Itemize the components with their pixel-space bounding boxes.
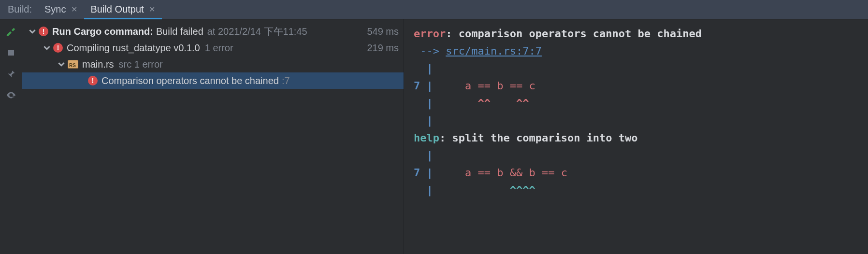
- error-icon: !: [39, 27, 48, 36]
- tree-root-row[interactable]: ! Run Cargo command: Build failed at 202…: [22, 23, 404, 40]
- help-keyword: help: [414, 132, 439, 144]
- hammer-icon[interactable]: [6, 26, 16, 37]
- source-link[interactable]: src/main.rs:7:7: [446, 45, 542, 57]
- chevron-down-icon[interactable]: [57, 60, 66, 69]
- line-number: 7: [414, 80, 420, 92]
- compile-label: Compiling rust_datatype v0.1.0: [67, 42, 200, 54]
- chevron-down-icon[interactable]: [28, 27, 37, 36]
- svg-rect-0: [8, 50, 14, 56]
- root-timestamp: at 2021/2/14 下午11:45: [207, 25, 307, 38]
- gutter-pipe: |: [427, 97, 433, 109]
- error-carets: ^^ ^^: [439, 97, 529, 109]
- gutter-pipe: |: [427, 149, 433, 161]
- file-meta: src 1 error: [119, 59, 163, 70]
- compile-error-count: 1 error: [205, 42, 233, 54]
- content-area: ! Run Cargo command: Build failed at 202…: [0, 19, 868, 254]
- error-message: : comparison operators cannot be chained: [446, 28, 702, 40]
- fix-code-line: a == b && b == c: [439, 167, 567, 179]
- tab-sync[interactable]: Sync ✕: [38, 0, 84, 19]
- gutter-pipe: |: [427, 167, 433, 179]
- close-icon[interactable]: ✕: [149, 5, 155, 14]
- build-tab-bar: Build: Sync ✕ Build Output ✕: [0, 0, 868, 19]
- root-duration: 549 ms: [361, 26, 399, 37]
- line-number: 7: [414, 167, 420, 179]
- error-keyword: error: [414, 28, 446, 40]
- tool-gutter: [0, 19, 22, 254]
- chevron-down-icon[interactable]: [43, 43, 51, 52]
- error-icon: !: [88, 76, 98, 85]
- gutter-pipe: |: [427, 80, 433, 92]
- tab-label: Sync: [44, 4, 66, 15]
- tab-build-output[interactable]: Build Output ✕: [84, 0, 162, 19]
- stop-icon[interactable]: [6, 47, 16, 58]
- help-carets: ^^^^: [439, 184, 535, 196]
- tab-label: Build Output: [91, 4, 144, 15]
- tree-compile-row[interactable]: ! Compiling rust_datatype v0.1.0 1 error…: [22, 40, 404, 56]
- eye-icon[interactable]: [6, 90, 16, 100]
- problem-location: :7: [282, 75, 290, 86]
- root-status: Build failed: [156, 26, 203, 37]
- problem-message: Comparison operators cannot be chained: [101, 75, 279, 86]
- source-code-line: a == b == c: [439, 80, 535, 92]
- error-detail-pane: error: comparison operators cannot be ch…: [404, 19, 868, 254]
- compile-duration: 219 ms: [361, 42, 399, 54]
- tree-problem-row[interactable]: ! Comparison operators cannot be chained…: [22, 72, 404, 89]
- pin-icon[interactable]: [6, 69, 16, 79]
- arrow-indicator: -->: [414, 45, 446, 57]
- root-title: Run Cargo command:: [52, 26, 153, 37]
- help-message: : split the comparison into two: [439, 132, 638, 144]
- tree-file-row[interactable]: RS main.rs src 1 error: [22, 56, 404, 72]
- error-icon: !: [53, 43, 63, 53]
- rust-file-icon: RS: [68, 60, 78, 69]
- close-icon[interactable]: ✕: [71, 5, 77, 14]
- file-name: main.rs: [82, 59, 114, 70]
- gutter-pipe: |: [427, 184, 433, 196]
- gutter-pipe: |: [427, 114, 433, 127]
- panel-label: Build:: [0, 4, 38, 15]
- gutter-pipe: |: [427, 62, 433, 74]
- build-tree: ! Run Cargo command: Build failed at 202…: [22, 19, 404, 254]
